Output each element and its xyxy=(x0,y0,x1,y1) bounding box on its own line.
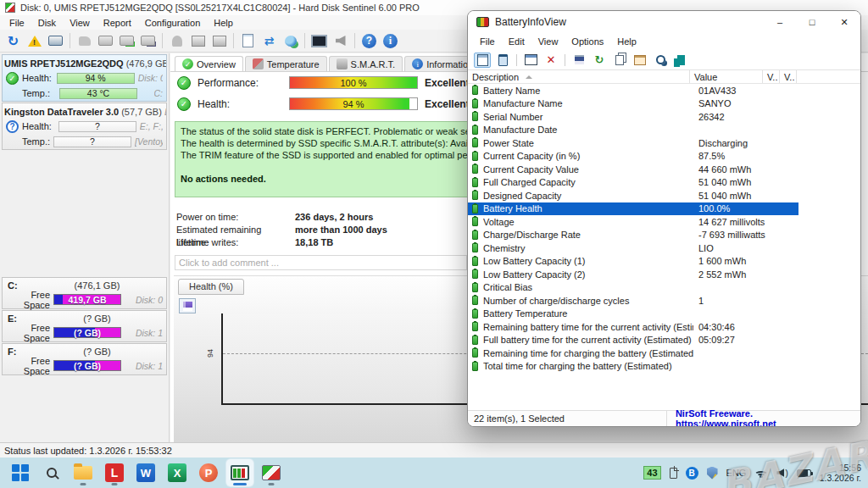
battery-info-row[interactable]: Battery Name 01AV433 xyxy=(468,84,798,97)
battery-info-row[interactable]: Manufacture Date xyxy=(468,124,798,137)
battery-info-row[interactable]: Battery Health 100.0% xyxy=(468,202,798,216)
copy-icon[interactable] xyxy=(611,53,628,68)
tab-temperature[interactable]: Temperature xyxy=(245,56,327,71)
language-indicator[interactable]: ENG xyxy=(726,468,747,478)
health-chart-tab[interactable]: Health (%) xyxy=(178,279,244,295)
partition-panel-c[interactable]: C: (476,1 GB) Free Space 419,7 GB Disk: … xyxy=(2,277,167,309)
biv-titlebar[interactable]: BatteryInfoView – □ ✕ xyxy=(468,11,860,33)
disk-panel-kingston[interactable]: Kingston DataTraveler 3.0 (57,7 GB) Dis … xyxy=(2,103,167,150)
menu-item[interactable]: View xyxy=(63,17,97,29)
properties-window-icon[interactable] xyxy=(522,53,539,68)
tab-overview[interactable]: Overview xyxy=(175,56,243,71)
nirsoft-link[interactable]: NirSoft Freeware. https://www.nirsoft.ne… xyxy=(667,408,860,427)
app-l-button[interactable]: L xyxy=(101,459,128,486)
battery-info-row[interactable]: Battery Temperature xyxy=(468,308,798,321)
search-button[interactable] xyxy=(38,459,65,486)
minimize-button[interactable]: – xyxy=(764,11,796,33)
column-description[interactable]: Description xyxy=(468,70,690,83)
general-info-view-icon[interactable] xyxy=(474,53,491,68)
speaker-icon[interactable] xyxy=(331,32,350,50)
toolbar-separator[interactable] xyxy=(233,33,234,48)
wifi-icon[interactable] xyxy=(754,468,768,478)
menu-item[interactable]: Help xyxy=(207,17,240,29)
battery-info-row[interactable]: Serial Number 26342 xyxy=(468,110,798,124)
powerpoint-button[interactable]: P xyxy=(195,459,222,486)
toolbar-separator[interactable] xyxy=(162,33,163,48)
battery-info-row[interactable]: Current Capacity Value 44 660 mWh xyxy=(468,163,798,176)
menu-item[interactable]: Disk xyxy=(31,17,63,29)
partition-panel-e[interactable]: E: (? GB) Free Space (? GB) Disk: 1 xyxy=(2,310,167,342)
security-shield-icon[interactable] xyxy=(707,467,718,480)
toolbar-separator[interactable] xyxy=(565,54,565,66)
battery-info-row[interactable]: Full battery time for the current activi… xyxy=(468,334,798,347)
battery-info-row[interactable]: Low Battery Capacity (2) 2 552 mWh xyxy=(468,268,798,281)
battery-info-row[interactable]: Power State Discharging xyxy=(468,136,798,150)
hard-disk-sentinel-taskbar-button[interactable] xyxy=(258,459,285,486)
battery-info-row[interactable]: Low Battery Capacity (1) 1 600 mWh xyxy=(468,255,798,269)
battery-info-row[interactable]: Remaining time for charging the battery … xyxy=(468,347,798,360)
save-icon[interactable] xyxy=(570,53,587,68)
menu-item[interactable]: Configuration xyxy=(138,17,207,29)
info-icon[interactable] xyxy=(381,32,400,50)
battery-info-row[interactable]: Chemistry LIO xyxy=(468,241,798,255)
disk-search-icon[interactable] xyxy=(138,32,158,50)
usb-device-icon[interactable] xyxy=(670,468,677,479)
start-button[interactable] xyxy=(7,459,34,486)
hds-temperature-tray-icon[interactable]: 43 xyxy=(643,466,660,480)
excel-button[interactable]: X xyxy=(164,459,191,486)
alert-icon[interactable] xyxy=(25,32,44,50)
battery-info-row[interactable]: Current Capacity (in %) 87.5% xyxy=(468,150,798,164)
menu-item[interactable]: Help xyxy=(610,36,643,47)
partition-panel-f[interactable]: F: (? GB) Free Space (? GB) Disk: 1 xyxy=(2,343,167,375)
exit-icon[interactable] xyxy=(672,53,689,68)
column-v1[interactable]: V.. xyxy=(763,70,780,83)
refresh-icon[interactable] xyxy=(591,53,608,68)
battery-info-row[interactable]: Total time for charging the battery (Est… xyxy=(468,360,798,374)
menu-item[interactable]: File xyxy=(3,17,31,29)
column-v2[interactable]: V.. xyxy=(780,70,797,83)
battery-info-row[interactable]: Number of charge/discharge cycles 1 xyxy=(468,294,798,308)
toolbar-separator[interactable] xyxy=(70,33,70,48)
word-button[interactable]: W xyxy=(132,459,159,486)
toolbar-separator[interactable] xyxy=(516,54,517,66)
volume-icon[interactable]: ) xyxy=(776,469,787,478)
sync-icon[interactable] xyxy=(259,32,279,50)
menu-item[interactable]: Options xyxy=(565,36,610,47)
battery-info-row[interactable]: Designed Capacity 51 040 mWh xyxy=(468,189,798,202)
battery-log-view-icon[interactable] xyxy=(494,53,511,68)
close-button[interactable]: ✕ xyxy=(828,11,860,33)
hardware2-icon[interactable] xyxy=(209,32,229,50)
save-chart-button[interactable] xyxy=(179,298,196,313)
battery-info-row[interactable]: Voltage 14 627 millivolts xyxy=(468,215,798,229)
menu-item[interactable]: Report xyxy=(97,17,138,29)
refresh-icon[interactable] xyxy=(3,32,23,50)
battery-info-row[interactable]: Remaining battery time for the current a… xyxy=(468,320,798,334)
battery-tray-icon[interactable] xyxy=(797,469,811,477)
disk-check-icon[interactable] xyxy=(117,32,136,50)
properties-icon[interactable] xyxy=(632,53,648,68)
battery-info-row[interactable]: Full Charged Capacity 51 040 mWh xyxy=(468,176,798,190)
disk-clock-icon[interactable] xyxy=(96,32,115,50)
menu-item[interactable]: View xyxy=(531,36,565,47)
toolbar-separator[interactable] xyxy=(304,33,305,48)
column-value[interactable]: Value xyxy=(690,70,763,83)
menu-item[interactable]: Edit xyxy=(502,36,531,47)
network-icon[interactable] xyxy=(281,32,300,50)
disk-tool-icon[interactable] xyxy=(75,32,94,50)
battery-info-row[interactable]: Charge/Discharge Rate -7 693 milliwatts xyxy=(468,229,798,242)
toolbar-separator[interactable] xyxy=(354,33,355,48)
delete-icon[interactable] xyxy=(542,53,559,68)
disk-icon[interactable] xyxy=(46,32,65,50)
batteryinfoview-taskbar-button[interactable] xyxy=(226,459,253,486)
maximize-button[interactable]: □ xyxy=(796,11,828,33)
clock[interactable]: 15:56 1.3.2026 г. xyxy=(820,463,861,483)
find-icon[interactable] xyxy=(652,53,669,68)
battery-info-row[interactable]: Critical Bias xyxy=(468,281,798,295)
help-icon[interactable] xyxy=(359,32,379,50)
comment-input[interactable] xyxy=(175,255,467,270)
file-explorer-button[interactable] xyxy=(70,459,97,486)
disk-panel-umis[interactable]: UMIS RPETJ512MGE2QDQ (476,9 GB) Health: … xyxy=(2,54,167,102)
battery-info-row[interactable]: Manufacture Name SANYO xyxy=(468,97,798,111)
monitor-icon[interactable] xyxy=(309,32,329,50)
report-icon[interactable] xyxy=(238,32,258,50)
